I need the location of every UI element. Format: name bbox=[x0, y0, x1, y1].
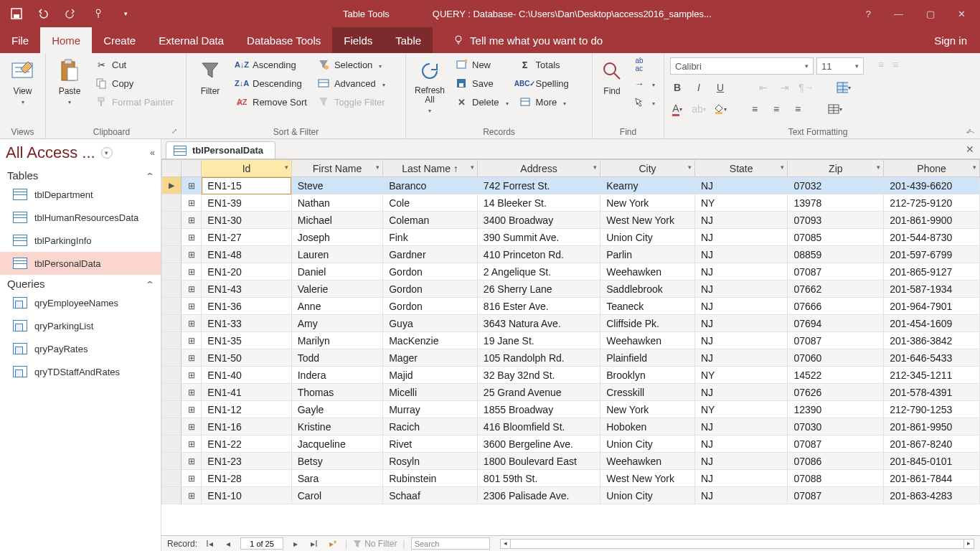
cell-firstname[interactable]: Nathan bbox=[291, 194, 382, 212]
cell-lastname[interactable]: Gardner bbox=[383, 246, 478, 263]
cell-id[interactable]: EN1-36 bbox=[202, 298, 291, 315]
row-selector[interactable] bbox=[162, 401, 182, 418]
cell-state[interactable]: NJ bbox=[694, 349, 788, 367]
row-selector[interactable] bbox=[162, 418, 182, 435]
filter-dropdown-icon[interactable]: ▾ bbox=[285, 164, 288, 171]
cell-id[interactable]: EN1-33 bbox=[202, 315, 291, 332]
row-selector[interactable] bbox=[162, 384, 182, 401]
filter-dropdown-icon[interactable]: ▾ bbox=[471, 164, 474, 171]
column-header[interactable]: First Name▾ bbox=[291, 160, 382, 177]
signin-link[interactable]: Sign in bbox=[921, 27, 980, 53]
cell-state[interactable]: NY bbox=[694, 401, 788, 418]
cell-state[interactable]: NJ bbox=[694, 487, 788, 504]
column-header[interactable]: City▾ bbox=[600, 160, 695, 177]
tab-external-data[interactable]: External Data bbox=[147, 27, 235, 53]
next-record-button[interactable]: ▸ bbox=[289, 539, 302, 549]
delete-button[interactable]: ✕Delete bbox=[452, 93, 512, 110]
datasheet-grid[interactable]: Id▾First Name▾Last Name ↑▾Address▾City▾S… bbox=[161, 159, 980, 535]
replace-button[interactable]: abac bbox=[630, 56, 658, 73]
expand-row-icon[interactable]: ⊞ bbox=[182, 401, 202, 418]
row-selector[interactable] bbox=[162, 229, 182, 246]
toggle-filter-button[interactable]: Toggle Filter bbox=[314, 93, 388, 110]
cell-firstname[interactable]: Valerie bbox=[291, 281, 382, 298]
selection-button[interactable]: Selection bbox=[314, 56, 388, 73]
cell-id[interactable]: EN1-22 bbox=[202, 435, 291, 453]
cell-city[interactable]: Teaneck bbox=[600, 298, 695, 315]
cell-phone[interactable]: 201-863-4283 bbox=[884, 487, 980, 504]
cell-phone[interactable]: 201-587-1934 bbox=[884, 281, 980, 298]
cell-state[interactable]: NJ bbox=[694, 246, 788, 263]
row-selector[interactable] bbox=[162, 349, 182, 367]
table-row[interactable]: ⊞EN1-41ThomasMicelli25 Grand AvenueCress… bbox=[162, 384, 980, 401]
row-selector[interactable] bbox=[162, 246, 182, 263]
filter-dropdown-icon[interactable]: ▾ bbox=[973, 164, 976, 171]
font-family-combo[interactable]: Calibri▾ bbox=[670, 57, 814, 75]
cell-address[interactable]: 801 59th St. bbox=[477, 470, 600, 487]
font-size-combo[interactable]: 11▾ bbox=[816, 57, 864, 75]
cell-zip[interactable]: 07088 bbox=[788, 470, 884, 487]
cell-lastname[interactable]: Majid bbox=[383, 367, 478, 384]
nav-query-item[interactable]: qryPayRates bbox=[0, 337, 161, 360]
cell-address[interactable]: 32 Bay 32nd St. bbox=[477, 367, 600, 384]
cell-id[interactable]: EN1-23 bbox=[202, 453, 291, 470]
cell-id[interactable]: EN1-41 bbox=[202, 384, 291, 401]
cell-lastname[interactable]: Mager bbox=[383, 349, 478, 367]
cell-state[interactable]: NJ bbox=[694, 418, 788, 435]
cell-phone[interactable]: 201-454-1609 bbox=[884, 315, 980, 332]
tab-fields[interactable]: Fields bbox=[332, 27, 384, 53]
expand-row-icon[interactable]: ⊞ bbox=[182, 418, 202, 435]
cell-firstname[interactable]: Anne bbox=[291, 298, 382, 315]
cell-city[interactable]: Weehawken bbox=[600, 263, 695, 281]
table-row[interactable]: ⊞EN1-33AmyGuya3643 Natura Ave.Cliffside … bbox=[162, 315, 980, 332]
table-row[interactable]: ⊞EN1-30MichaelColeman3400 BroadwayWest N… bbox=[162, 212, 980, 229]
filter-dropdown-icon[interactable]: ▾ bbox=[781, 164, 784, 171]
cell-state[interactable]: NJ bbox=[694, 212, 788, 229]
tab-file[interactable]: File bbox=[0, 27, 40, 53]
cell-lastname[interactable]: Gordon bbox=[383, 298, 478, 315]
advanced-button[interactable]: Advanced bbox=[314, 75, 388, 92]
cell-address[interactable]: 19 Jane St. bbox=[477, 332, 600, 349]
table-row[interactable]: ⊞EN1-50ToddMager105 Randolph Rd.Plainfie… bbox=[162, 349, 980, 367]
table-row[interactable]: ⊞EN1-40InderaMajid32 Bay 32nd St.Brookly… bbox=[162, 367, 980, 384]
cell-firstname[interactable]: Sara bbox=[291, 470, 382, 487]
cell-phone[interactable]: 201-861-9950 bbox=[884, 418, 980, 435]
cell-lastname[interactable]: MacKenzie bbox=[383, 332, 478, 349]
table-row[interactable]: ⊞EN1-20DanielGordon2 Angelique St.Weehaw… bbox=[162, 263, 980, 281]
row-selector[interactable] bbox=[162, 298, 182, 315]
tab-database-tools[interactable]: Database Tools bbox=[235, 27, 332, 53]
first-record-button[interactable]: I◂ bbox=[203, 539, 216, 549]
numbering-icon[interactable]: ≡ bbox=[888, 57, 903, 72]
cell-address[interactable]: 410 Princeton Rd. bbox=[477, 246, 600, 263]
dedent-icon[interactable]: ⇤ bbox=[756, 80, 771, 95]
cell-state[interactable]: NJ bbox=[694, 263, 788, 281]
table-row[interactable]: ⊞EN1-43ValerieGordon26 Sherry LaneSaddle… bbox=[162, 281, 980, 298]
cell-city[interactable]: Cliffside Pk. bbox=[600, 315, 695, 332]
cell-state[interactable]: NJ bbox=[694, 384, 788, 401]
view-button[interactable]: View ▾ bbox=[6, 56, 39, 105]
expand-row-icon[interactable]: ⊞ bbox=[182, 194, 202, 212]
cell-city[interactable]: West New York bbox=[600, 470, 695, 487]
font-color-button[interactable]: A▾ bbox=[670, 102, 684, 116]
cell-lastname[interactable]: Schaaf bbox=[383, 487, 478, 504]
cell-state[interactable]: NJ bbox=[694, 229, 788, 246]
cell-phone[interactable]: 201-867-8240 bbox=[884, 435, 980, 453]
nav-collapse-icon[interactable]: « bbox=[150, 148, 155, 158]
filter-indicator[interactable]: No Filter bbox=[353, 539, 397, 549]
nav-section-queries[interactable]: Queries⌄ bbox=[0, 275, 161, 291]
expand-row-icon[interactable]: ⊞ bbox=[182, 281, 202, 298]
align-center-button[interactable]: ≡ bbox=[769, 102, 783, 116]
expand-row-icon[interactable]: ⊞ bbox=[182, 298, 202, 315]
record-position-input[interactable] bbox=[240, 537, 283, 550]
cell-state[interactable]: NY bbox=[694, 194, 788, 212]
save-icon[interactable] bbox=[10, 7, 23, 20]
cell-lastname[interactable]: Rivet bbox=[383, 435, 478, 453]
copy-button[interactable]: Copy bbox=[92, 75, 176, 92]
table-row[interactable]: ⊞EN1-35MarilynMacKenzie19 Jane St.Weehaw… bbox=[162, 332, 980, 349]
cell-phone[interactable]: 212-725-9120 bbox=[884, 194, 980, 212]
cell-address[interactable]: 2306 Palisade Ave. bbox=[477, 487, 600, 504]
close-tab-icon[interactable]: ✕ bbox=[966, 143, 974, 155]
cell-id[interactable]: EN1-20 bbox=[202, 263, 291, 281]
expand-row-icon[interactable]: ⊞ bbox=[182, 315, 202, 332]
cell-lastname[interactable]: Cole bbox=[383, 194, 478, 212]
filter-button[interactable]: Filter bbox=[192, 56, 228, 96]
